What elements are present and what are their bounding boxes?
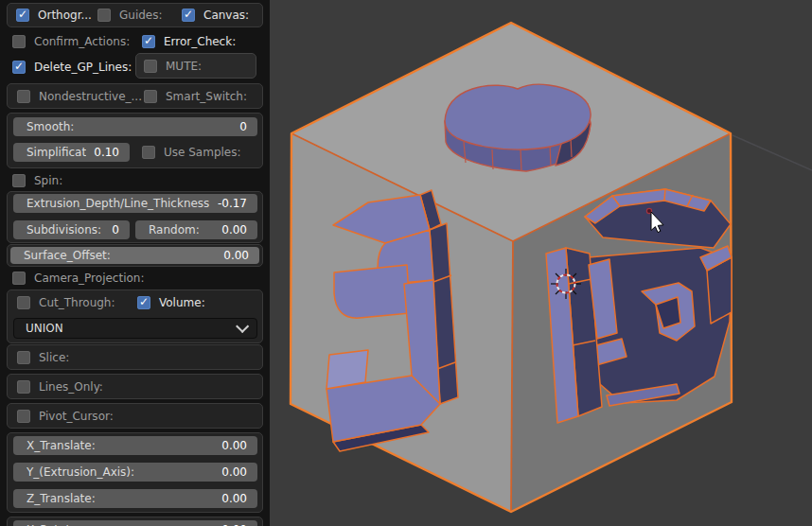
slider-y-extrusion-axis[interactable]: Y_(Extrusion_Axis): 0.00: [13, 463, 257, 482]
slider-label: Extrusion_Depth/Line_Thickness:: [26, 197, 210, 210]
checkbox-icon: [17, 90, 30, 103]
checkbox-icon: [144, 60, 157, 73]
slider-z-translate[interactable]: Z_Translate: 0.00: [13, 489, 257, 508]
checkbox-pivot-cursor[interactable]: Pivot_Cursor:: [17, 409, 114, 424]
slider-value: 0.00: [221, 439, 247, 452]
slider-random[interactable]: Random: 0.00: [135, 220, 257, 239]
slider-value: 0.00: [223, 249, 249, 262]
bracket-foot-cap: [327, 350, 368, 389]
slider-value: 0: [239, 120, 247, 133]
checkbox-canvas[interactable]: Canvas:: [182, 8, 249, 23]
checkbox-icon: [144, 90, 157, 103]
checkbox-label: Canvas:: [203, 9, 249, 22]
checkbox-icon: [137, 296, 150, 309]
selected-option: UNION: [26, 322, 63, 335]
chevron-down-icon: [236, 320, 249, 333]
blender-window: Orthogr... Guides: Canvas: Confirm_Actio…: [0, 0, 812, 526]
checkbox-delete-gp-lines[interactable]: Delete_GP_Lines:: [12, 60, 132, 75]
checkbox-smart-switch[interactable]: Smart_Switch:: [144, 89, 247, 104]
slider-surface-offset[interactable]: Surface_Offset: 0.00: [10, 247, 259, 264]
checkbox-icon: [12, 61, 26, 74]
checkbox-icon: [17, 351, 30, 364]
checkbox-slice[interactable]: Slice:: [17, 350, 69, 365]
checkbox-label: Volume:: [159, 296, 205, 309]
checkbox-label: Cut_Through:: [39, 296, 115, 309]
checkbox-icon: [17, 380, 30, 394]
slider-label: Random:: [149, 223, 200, 237]
boolean-mode-select[interactable]: UNION: [13, 318, 257, 339]
checkbox-label: Smart_Switch:: [166, 90, 247, 103]
checkbox-label: Lines_Only:: [39, 380, 103, 394]
checkbox-mute[interactable]: MUTE:: [144, 59, 202, 74]
checkbox-icon: [12, 272, 26, 285]
slider-label: Subdivisions:: [26, 223, 101, 237]
slider-x-rotate[interactable]: X_Rotate: 0.00: [13, 520, 257, 526]
checkbox-use-samples[interactable]: Use Samples:: [142, 145, 241, 160]
checkbox-cut-through[interactable]: Cut_Through:: [17, 295, 115, 310]
checkbox-icon: [17, 410, 30, 423]
slider-label: Smooth:: [26, 120, 74, 133]
slider-x-translate[interactable]: X_Translate: 0.00: [13, 436, 257, 455]
slider-value: 0.00: [221, 492, 247, 505]
checkbox-label: Nondestructive_...: [39, 90, 142, 103]
checkbox-label: Pivot_Cursor:: [39, 410, 114, 423]
bracket-mid-arm: [334, 265, 410, 318]
checkbox-icon: [16, 9, 29, 22]
slider-label: X_Translate:: [26, 439, 96, 452]
checkbox-volume[interactable]: Volume:: [137, 295, 205, 310]
slider-value: -0.17: [218, 197, 247, 210]
checkbox-camera-projection[interactable]: Camera_Projection:: [12, 271, 144, 286]
slider-value: 0.10: [94, 146, 119, 159]
checkbox-icon: [142, 35, 155, 48]
checkbox-lines-only[interactable]: Lines_Only:: [17, 379, 103, 394]
slider-extrusion-depth[interactable]: Extrusion_Depth/Line_Thickness: -0.17: [13, 194, 257, 213]
checkbox-error-check[interactable]: Error_Check:: [142, 34, 236, 49]
checkbox-icon: [142, 146, 155, 159]
checkbox-label: Confirm_Actions:: [34, 35, 130, 48]
checkbox-label: Camera_Projection:: [34, 272, 144, 285]
checkbox-label: Spin:: [34, 174, 62, 187]
checkbox-label: MUTE:: [166, 60, 202, 73]
checkbox-label: Error_Check:: [164, 35, 236, 48]
checkbox-icon: [12, 35, 26, 48]
top-face-blob-shape[interactable]: [445, 84, 591, 171]
checkbox-icon: [182, 9, 195, 22]
checkbox-label: Guides:: [119, 9, 163, 22]
checkbox-label: Slice:: [39, 351, 69, 364]
slider-simplification[interactable]: Simplificatio 0.10: [13, 143, 130, 162]
checkbox-spin[interactable]: Spin:: [12, 173, 62, 188]
tool-properties-panel: Orthogr... Guides: Canvas: Confirm_Actio…: [0, 0, 270, 526]
slider-label: Z_Translate:: [26, 492, 96, 505]
checkbox-guides[interactable]: Guides:: [97, 8, 163, 23]
checkbox-icon: [97, 9, 111, 22]
checkbox-label: Delete_GP_Lines:: [34, 61, 132, 74]
slider-subdivisions[interactable]: Subdivisions: 0: [13, 220, 130, 239]
checkbox-label: Use Samples:: [164, 146, 241, 159]
slider-value: 0.00: [221, 223, 247, 237]
slider-value: 0: [112, 223, 119, 237]
viewport-3d[interactable]: [270, 0, 812, 526]
slider-label: Surface_Offset:: [24, 249, 111, 262]
checkbox-orthographic[interactable]: Orthogr...: [16, 8, 92, 23]
checkbox-confirm-actions[interactable]: Confirm_Actions:: [12, 34, 130, 49]
slider-label: Simplificatio: [26, 146, 86, 159]
slider-smooth[interactable]: Smooth: 0: [13, 117, 257, 136]
checkbox-icon: [17, 296, 30, 309]
slider-value: 0.00: [221, 465, 247, 479]
slider-label: Y_(Extrusion_Axis):: [26, 465, 134, 479]
checkbox-icon: [12, 174, 26, 187]
checkbox-nondestructive[interactable]: Nondestructive_...: [17, 89, 142, 104]
blob-top-surface: [445, 84, 591, 149]
checkbox-label: Orthogr...: [38, 9, 92, 22]
